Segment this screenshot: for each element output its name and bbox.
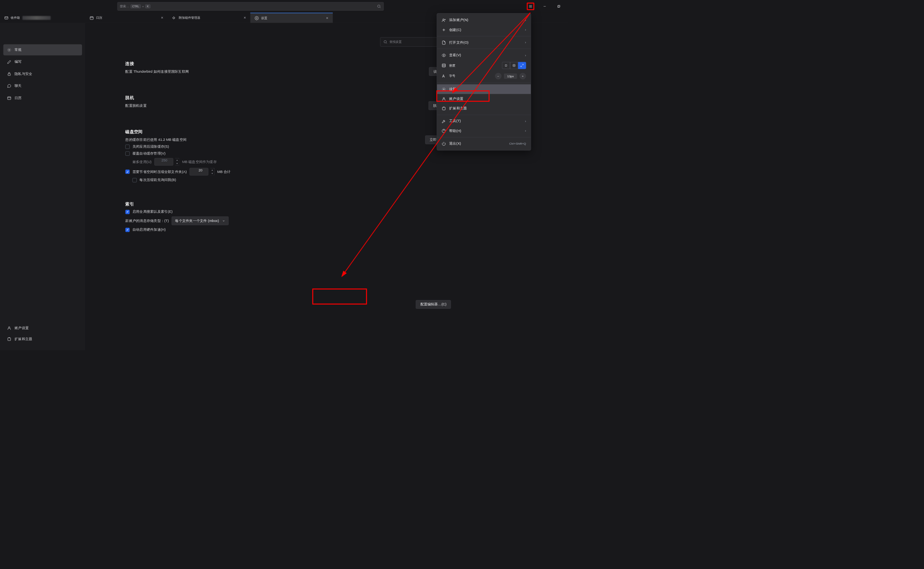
sidebar-item-label: 扩展和主题 — [15, 337, 32, 341]
menu-item-label: 扩展和主题 — [449, 106, 467, 111]
app-menu-popup: 添加账户(N) › 创建(C) › 打开文件(O) › 查看(V) › 密度 字… — [437, 13, 531, 150]
ask-before-label: 每次压缩前先询问我(B) — [139, 178, 176, 183]
font-decrease-button[interactable]: − — [495, 73, 501, 79]
svg-point-13 — [256, 18, 257, 19]
sidebar-item-extensions[interactable]: 扩展和主题 — [3, 334, 82, 345]
plus-icon — [442, 28, 446, 32]
clear-on-close-label: 关闭应用后清除缓存(S) — [132, 144, 169, 149]
offline-desc: 配置脱机设置 — [125, 103, 146, 108]
chevron-right-icon: › — [525, 53, 526, 57]
menu-item-label: 添加账户(N) — [449, 18, 468, 23]
calendar-icon — [7, 96, 11, 100]
sidebar-item-general[interactable]: 常规 — [3, 44, 82, 55]
density-default-button[interactable] — [510, 62, 518, 69]
connection-desc: 配置 Thunderbird 如何连接至国际互联网 — [125, 69, 189, 74]
chevron-right-icon: › — [525, 129, 526, 133]
svg-line-36 — [522, 64, 523, 65]
tab-settings-label: 设置 — [261, 16, 267, 20]
pencil-icon — [7, 60, 11, 64]
kbd-plus: + — [142, 5, 144, 8]
compact-spinner[interactable]: ▲▼ — [210, 168, 214, 176]
sidebar-item-privacy[interactable]: 隐私与安全 — [3, 68, 82, 79]
clear-on-close-checkbox[interactable] — [125, 145, 129, 149]
store-type-value: 每个文件夹一个文件 (mbox) — [175, 218, 219, 223]
store-type-select[interactable]: 每个文件夹一个文件 (mbox) — [172, 217, 229, 225]
search-icon — [377, 4, 381, 8]
max-use-spinner[interactable]: ▲▼ — [175, 158, 179, 166]
menu-item-label: 设置 — [449, 87, 456, 91]
tab-addons[interactable]: 附加组件管理器 ✕ — [168, 13, 250, 23]
sidebar-item-chat[interactable]: 聊天 — [3, 80, 82, 91]
menu-open-file[interactable]: 打开文件(O) › — [437, 37, 531, 47]
svg-rect-16 — [8, 73, 10, 75]
svg-rect-17 — [8, 97, 11, 99]
search-placeholder: 搜索… — [120, 4, 129, 8]
help-icon — [442, 129, 446, 133]
max-use-unit: MB 磁盘空间作为缓存 — [182, 160, 217, 164]
global-search-checkbox[interactable] — [125, 210, 129, 214]
menu-account-settings[interactable]: 账户设置 — [437, 94, 531, 104]
global-search-input[interactable]: 搜索… CTRL + K — [118, 2, 384, 11]
sidebar-item-label: 账户设置 — [15, 326, 29, 330]
maximize-button[interactable] — [555, 3, 563, 10]
minimize-button[interactable] — [541, 3, 549, 10]
sidebar-item-label: 隐私与安全 — [15, 72, 32, 76]
tab-settings[interactable]: 设置 ✕ — [250, 13, 333, 23]
svg-line-1 — [380, 7, 381, 8]
account-icon — [7, 326, 11, 330]
svg-point-15 — [8, 48, 11, 51]
menu-item-label: 字号 — [449, 74, 455, 78]
chevron-right-icon: › — [525, 119, 526, 123]
menu-settings[interactable]: 设置 — [437, 84, 531, 94]
sidebar-item-calendar[interactable]: 日历 — [3, 92, 82, 103]
menu-quit-shortcut: Ctrl+Shift+Q — [509, 142, 526, 145]
font-icon — [442, 74, 446, 78]
calendar-icon — [90, 16, 94, 20]
menu-item-label: 创建(C) — [449, 28, 461, 32]
font-size-value: 13px — [504, 73, 517, 79]
menu-add-account[interactable]: 添加账户(N) › — [437, 15, 531, 25]
menu-help[interactable]: 帮助(H) › — [437, 126, 531, 135]
lock-icon — [7, 72, 11, 76]
svg-rect-6 — [558, 5, 560, 7]
svg-point-0 — [378, 5, 380, 7]
close-icon[interactable]: ✕ — [326, 16, 329, 20]
svg-point-14 — [9, 49, 10, 51]
svg-point-29 — [443, 55, 445, 56]
density-compact-button[interactable] — [502, 62, 510, 69]
sidebar-item-account-settings[interactable]: 账户设置 — [3, 323, 82, 334]
close-icon[interactable]: ✕ — [161, 16, 164, 20]
sidebar-item-label: 日历 — [15, 96, 21, 100]
hw-accel-checkbox[interactable] — [125, 228, 129, 232]
store-type-label: 新账户的消息存储类型：(T) — [125, 218, 168, 223]
menu-item-label: 查看(V) — [449, 53, 461, 57]
max-use-input[interactable]: 250 — [154, 158, 173, 166]
svg-rect-7 — [558, 6, 559, 8]
menu-extensions[interactable]: 扩展和主题 — [437, 104, 531, 113]
sidebar-item-compose[interactable]: 编写 — [3, 56, 82, 67]
font-increase-button[interactable]: + — [520, 73, 526, 79]
compact-checkbox[interactable] — [125, 170, 129, 174]
override-auto-checkbox[interactable] — [125, 151, 129, 155]
svg-point-22 — [384, 41, 386, 43]
search-icon — [383, 40, 388, 44]
close-icon[interactable]: ✕ — [244, 16, 246, 20]
svg-rect-33 — [505, 65, 507, 66]
title-bar: 搜索… CTRL + K — [0, 0, 569, 13]
compact-input[interactable]: 20 — [190, 168, 208, 176]
menu-quit[interactable]: 退出(X) Ctrl+Shift+Q — [437, 139, 531, 148]
max-use-label: 最多使用(U) — [132, 160, 152, 164]
gear-icon — [255, 16, 259, 20]
ask-before-checkbox[interactable] — [132, 178, 137, 182]
density-relaxed-button[interactable] — [518, 62, 526, 69]
menu-create[interactable]: 创建(C) › — [437, 25, 531, 34]
hamburger-menu-button[interactable] — [527, 3, 535, 10]
eye-icon — [442, 53, 446, 57]
menu-tools[interactable]: 工具(T) › — [437, 116, 531, 126]
menu-view[interactable]: 查看(V) › — [437, 51, 531, 60]
power-icon — [442, 142, 446, 146]
tab-inbox[interactable]: 收件箱 — [0, 13, 85, 23]
kbd-ctrl: CTRL — [131, 5, 141, 8]
config-editor-button[interactable]: 配置编辑器…(C) — [416, 300, 451, 309]
tab-calendar[interactable]: 日历 ✕ — [85, 13, 168, 23]
